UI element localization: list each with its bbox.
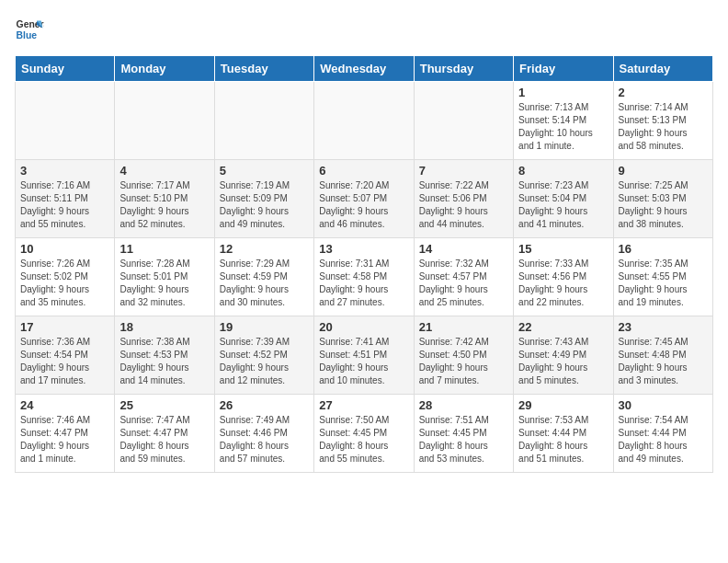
calendar-cell: 1Sunrise: 7:13 AM Sunset: 5:14 PM Daylig… — [514, 82, 613, 160]
svg-text:Blue: Blue — [17, 30, 38, 40]
day-number: 16 — [619, 242, 708, 256]
day-number: 13 — [319, 242, 408, 256]
calendar-cell: 27Sunrise: 7:50 AM Sunset: 4:45 PM Dayli… — [314, 395, 414, 473]
day-detail: Sunrise: 7:50 AM Sunset: 4:45 PM Dayligh… — [319, 414, 408, 465]
calendar-cell: 6Sunrise: 7:20 AM Sunset: 5:07 PM Daylig… — [314, 160, 414, 238]
calendar-week-row: 1Sunrise: 7:13 AM Sunset: 5:14 PM Daylig… — [16, 82, 713, 160]
calendar-cell: 18Sunrise: 7:38 AM Sunset: 4:53 PM Dayli… — [115, 316, 214, 395]
day-number: 7 — [419, 164, 508, 178]
calendar-cell — [214, 82, 313, 160]
day-number: 22 — [518, 320, 608, 334]
day-detail: Sunrise: 7:26 AM Sunset: 5:02 PM Dayligh… — [20, 258, 109, 309]
weekday-header: Tuesday — [214, 56, 313, 82]
day-detail: Sunrise: 7:47 AM Sunset: 4:47 PM Dayligh… — [119, 414, 209, 465]
day-detail: Sunrise: 7:43 AM Sunset: 4:49 PM Dayligh… — [518, 336, 608, 387]
day-number: 19 — [220, 320, 309, 334]
calendar-table: SundayMondayTuesdayWednesdayThursdayFrid… — [15, 55, 713, 473]
day-detail: Sunrise: 7:32 AM Sunset: 4:57 PM Dayligh… — [419, 258, 508, 309]
day-detail: Sunrise: 7:46 AM Sunset: 4:47 PM Dayligh… — [20, 414, 109, 465]
day-number: 30 — [619, 398, 708, 412]
calendar-cell: 17Sunrise: 7:36 AM Sunset: 4:54 PM Dayli… — [16, 316, 115, 395]
day-number: 6 — [319, 164, 408, 178]
calendar-cell: 26Sunrise: 7:49 AM Sunset: 4:46 PM Dayli… — [214, 395, 313, 473]
day-number: 26 — [220, 398, 309, 412]
day-number: 28 — [419, 398, 508, 412]
calendar-week-row: 10Sunrise: 7:26 AM Sunset: 5:02 PM Dayli… — [16, 238, 713, 316]
day-detail: Sunrise: 7:14 AM Sunset: 5:13 PM Dayligh… — [619, 101, 708, 153]
day-number: 2 — [619, 86, 708, 99]
day-detail: Sunrise: 7:51 AM Sunset: 4:45 PM Dayligh… — [419, 414, 508, 465]
calendar-cell: 29Sunrise: 7:53 AM Sunset: 4:44 PM Dayli… — [514, 395, 613, 473]
day-number: 21 — [419, 320, 508, 334]
day-detail: Sunrise: 7:49 AM Sunset: 4:46 PM Dayligh… — [220, 414, 309, 465]
calendar-cell: 7Sunrise: 7:22 AM Sunset: 5:06 PM Daylig… — [414, 160, 513, 238]
day-detail: Sunrise: 7:31 AM Sunset: 4:58 PM Dayligh… — [319, 258, 408, 309]
calendar-header-row: SundayMondayTuesdayWednesdayThursdayFrid… — [16, 56, 713, 82]
day-number: 29 — [518, 398, 608, 412]
day-number: 12 — [220, 242, 309, 256]
calendar-cell: 23Sunrise: 7:45 AM Sunset: 4:48 PM Dayli… — [613, 316, 712, 395]
day-number: 15 — [518, 242, 608, 256]
calendar-week-row: 17Sunrise: 7:36 AM Sunset: 4:54 PM Dayli… — [16, 316, 713, 395]
weekday-header: Wednesday — [314, 56, 414, 82]
calendar-cell: 28Sunrise: 7:51 AM Sunset: 4:45 PM Dayli… — [414, 395, 513, 473]
day-detail: Sunrise: 7:25 AM Sunset: 5:03 PM Dayligh… — [619, 179, 708, 231]
day-detail: Sunrise: 7:39 AM Sunset: 4:52 PM Dayligh… — [220, 336, 309, 387]
day-detail: Sunrise: 7:54 AM Sunset: 4:44 PM Dayligh… — [619, 414, 708, 465]
calendar-cell: 12Sunrise: 7:29 AM Sunset: 4:59 PM Dayli… — [214, 238, 313, 316]
calendar-cell — [115, 82, 214, 160]
calendar-week-row: 3Sunrise: 7:16 AM Sunset: 5:11 PM Daylig… — [16, 160, 713, 238]
day-detail: Sunrise: 7:42 AM Sunset: 4:50 PM Dayligh… — [419, 336, 508, 387]
day-number: 17 — [20, 320, 109, 334]
calendar-cell — [414, 82, 513, 160]
day-detail: Sunrise: 7:41 AM Sunset: 4:51 PM Dayligh… — [319, 336, 408, 387]
day-detail: Sunrise: 7:38 AM Sunset: 4:53 PM Dayligh… — [119, 336, 209, 387]
logo-icon: General Blue — [15, 15, 44, 44]
logo: General Blue — [15, 15, 48, 44]
day-number: 1 — [518, 86, 608, 99]
calendar-cell: 21Sunrise: 7:42 AM Sunset: 4:50 PM Dayli… — [414, 316, 513, 395]
calendar-cell: 5Sunrise: 7:19 AM Sunset: 5:09 PM Daylig… — [214, 160, 313, 238]
day-number: 24 — [20, 398, 109, 412]
weekday-header: Thursday — [414, 56, 513, 82]
calendar-cell: 8Sunrise: 7:23 AM Sunset: 5:04 PM Daylig… — [514, 160, 613, 238]
day-detail: Sunrise: 7:17 AM Sunset: 5:10 PM Dayligh… — [119, 179, 209, 231]
day-detail: Sunrise: 7:45 AM Sunset: 4:48 PM Dayligh… — [619, 336, 708, 387]
calendar-cell: 14Sunrise: 7:32 AM Sunset: 4:57 PM Dayli… — [414, 238, 513, 316]
calendar-cell: 15Sunrise: 7:33 AM Sunset: 4:56 PM Dayli… — [514, 238, 613, 316]
weekday-header: Friday — [514, 56, 613, 82]
day-detail: Sunrise: 7:16 AM Sunset: 5:11 PM Dayligh… — [20, 179, 109, 231]
calendar-cell: 19Sunrise: 7:39 AM Sunset: 4:52 PM Dayli… — [214, 316, 313, 395]
calendar-cell: 4Sunrise: 7:17 AM Sunset: 5:10 PM Daylig… — [115, 160, 214, 238]
calendar-cell: 30Sunrise: 7:54 AM Sunset: 4:44 PM Dayli… — [613, 395, 712, 473]
calendar-cell: 3Sunrise: 7:16 AM Sunset: 5:11 PM Daylig… — [16, 160, 115, 238]
calendar-cell: 10Sunrise: 7:26 AM Sunset: 5:02 PM Dayli… — [16, 238, 115, 316]
calendar-body: 1Sunrise: 7:13 AM Sunset: 5:14 PM Daylig… — [16, 82, 713, 473]
calendar-cell: 13Sunrise: 7:31 AM Sunset: 4:58 PM Dayli… — [314, 238, 414, 316]
day-number: 4 — [119, 164, 209, 178]
day-detail: Sunrise: 7:23 AM Sunset: 5:04 PM Dayligh… — [518, 179, 608, 231]
weekday-header: Saturday — [613, 56, 712, 82]
calendar-cell: 24Sunrise: 7:46 AM Sunset: 4:47 PM Dayli… — [16, 395, 115, 473]
day-detail: Sunrise: 7:53 AM Sunset: 4:44 PM Dayligh… — [518, 414, 608, 465]
day-detail: Sunrise: 7:28 AM Sunset: 5:01 PM Dayligh… — [119, 258, 209, 309]
calendar-week-row: 24Sunrise: 7:46 AM Sunset: 4:47 PM Dayli… — [16, 395, 713, 473]
calendar-cell: 22Sunrise: 7:43 AM Sunset: 4:49 PM Dayli… — [514, 316, 613, 395]
day-number: 25 — [119, 398, 209, 412]
day-number: 14 — [419, 242, 508, 256]
day-number: 20 — [319, 320, 408, 334]
calendar-cell — [16, 82, 115, 160]
day-number: 8 — [518, 164, 608, 178]
calendar-cell: 11Sunrise: 7:28 AM Sunset: 5:01 PM Dayli… — [115, 238, 214, 316]
calendar-cell: 2Sunrise: 7:14 AM Sunset: 5:13 PM Daylig… — [613, 82, 712, 160]
day-detail: Sunrise: 7:20 AM Sunset: 5:07 PM Dayligh… — [319, 179, 408, 231]
weekday-header: Monday — [115, 56, 214, 82]
day-number: 3 — [20, 164, 109, 178]
weekday-header: Sunday — [16, 56, 115, 82]
day-number: 5 — [220, 164, 309, 178]
day-number: 18 — [119, 320, 209, 334]
day-number: 9 — [619, 164, 708, 178]
day-detail: Sunrise: 7:13 AM Sunset: 5:14 PM Dayligh… — [518, 101, 608, 153]
day-number: 11 — [119, 242, 209, 256]
calendar-cell — [314, 82, 414, 160]
